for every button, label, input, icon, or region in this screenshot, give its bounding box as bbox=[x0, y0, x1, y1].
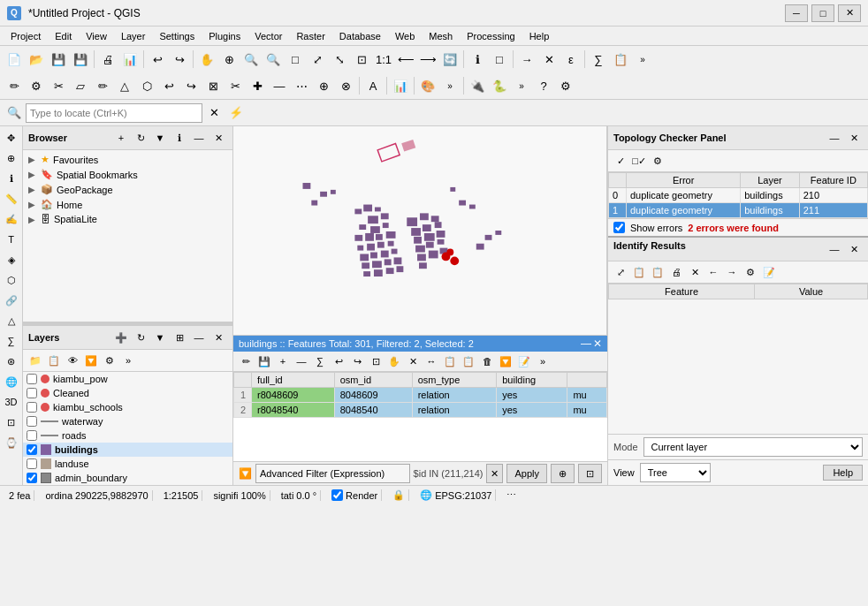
save-project-button[interactable]: 💾 bbox=[48, 49, 69, 70]
layer-waterway-checkbox[interactable] bbox=[27, 416, 37, 427]
select-features-button[interactable]: → bbox=[516, 49, 537, 70]
layers-add-group-button[interactable]: 📁 bbox=[27, 352, 44, 369]
identify-open-form-button[interactable]: 📝 bbox=[760, 263, 778, 281]
menu-help[interactable]: Help bbox=[522, 27, 557, 46]
zoom-native-button[interactable]: 1:1 bbox=[373, 49, 394, 70]
identify-forward-button[interactable]: → bbox=[723, 263, 741, 281]
layers-more-button[interactable]: ⊞ bbox=[171, 329, 188, 346]
col-osm-id[interactable]: osm_id bbox=[334, 373, 412, 388]
digitize-btn-4[interactable]: ▱ bbox=[70, 75, 91, 96]
layer-cleaned-checkbox[interactable] bbox=[27, 388, 37, 398]
digitize-btn-9[interactable]: ↪ bbox=[180, 75, 202, 96]
label-button[interactable]: T bbox=[2, 230, 21, 249]
view-select[interactable]: Tree Table Graph bbox=[640, 463, 711, 482]
show-errors-checkbox[interactable] bbox=[613, 222, 625, 233]
menu-processing[interactable]: Processing bbox=[460, 27, 522, 46]
menu-mesh[interactable]: Mesh bbox=[422, 27, 460, 46]
browser-add-button[interactable]: + bbox=[112, 129, 130, 147]
save-as-button[interactable]: 💾 bbox=[70, 49, 91, 70]
layers-visibility-button[interactable]: 👁 bbox=[64, 352, 81, 369]
topo-settings-button[interactable]: ⚙ bbox=[649, 152, 666, 170]
open-project-button[interactable]: 📂 bbox=[26, 49, 47, 70]
label-btn[interactable]: A bbox=[362, 75, 384, 96]
mode-select[interactable]: Current layer All layers Top-down bbox=[643, 437, 863, 457]
plugin-btn-1[interactable]: 🔌 bbox=[467, 75, 488, 96]
layer-item-landuse[interactable]: landuse bbox=[23, 457, 232, 471]
digitize-btn-7[interactable]: ⬡ bbox=[136, 75, 157, 96]
pan-to-sel-button[interactable]: ✋ bbox=[385, 352, 403, 370]
table-more-button[interactable]: » bbox=[534, 352, 552, 370]
digitize-btn-5[interactable]: ✏ bbox=[92, 75, 113, 96]
georef-button[interactable]: 🌐 bbox=[2, 372, 21, 391]
delete-sel-button[interactable]: 🗑 bbox=[478, 352, 496, 370]
layer-kiambu-schools-checkbox[interactable] bbox=[27, 402, 37, 413]
browser-refresh-button[interactable]: ↻ bbox=[132, 129, 149, 147]
new-project-button[interactable]: 📄 bbox=[4, 49, 25, 70]
undo-button[interactable]: ↩ bbox=[147, 49, 168, 70]
filter-clear-button[interactable]: ✕ bbox=[486, 464, 503, 483]
digitize-btn-8[interactable]: ↩ bbox=[158, 75, 179, 96]
identify-close-button[interactable]: ✕ bbox=[845, 240, 863, 258]
digitize-btn-14[interactable]: ⋯ bbox=[291, 75, 312, 96]
vertex-editor-button[interactable]: ⬡ bbox=[2, 270, 21, 290]
open-field-calc-button[interactable]: ∑ bbox=[588, 49, 609, 70]
save-edits-button[interactable]: 💾 bbox=[255, 352, 273, 370]
3d-view-button[interactable]: 3D bbox=[2, 392, 21, 412]
topology-error-grid[interactable]: Error Layer Feature ID 0 duplicate geome… bbox=[608, 172, 868, 218]
attr-collapse-button[interactable]: — bbox=[581, 337, 591, 350]
plugin-btn-2[interactable]: 🐍 bbox=[489, 75, 510, 96]
select-by-expression-button[interactable]: ε bbox=[560, 49, 582, 70]
menu-settings[interactable]: Settings bbox=[152, 27, 202, 46]
col-osm-type[interactable]: osm_type bbox=[412, 373, 497, 388]
accessibility-btn[interactable]: ⚙ bbox=[555, 75, 576, 96]
spatial-query-button[interactable]: ⊛ bbox=[2, 352, 21, 371]
locator-input[interactable] bbox=[26, 103, 202, 123]
layer-kiambu-pow-checkbox[interactable] bbox=[27, 374, 37, 384]
menu-view[interactable]: View bbox=[79, 27, 114, 46]
layers-settings-button[interactable]: ⚙ bbox=[101, 352, 118, 369]
layers-filter-btn2[interactable]: 🔽 bbox=[82, 352, 100, 369]
col-full-id[interactable]: full_id bbox=[252, 373, 335, 388]
identify-results-grid[interactable]: Feature Value bbox=[608, 284, 868, 434]
map-nav-button[interactable]: ✥ bbox=[2, 128, 21, 148]
status-render[interactable]: Render bbox=[328, 489, 382, 501]
render-checkbox[interactable] bbox=[331, 489, 343, 501]
browser-item-home[interactable]: ▶ 🏠 Home bbox=[25, 197, 231, 212]
measure-button[interactable]: 📏 bbox=[2, 189, 21, 208]
topo-validate-all-button[interactable]: ✓ bbox=[612, 152, 629, 170]
identify-plugin-button[interactable]: ⚙ bbox=[742, 263, 759, 281]
filter-more-button[interactable]: ⊕ bbox=[551, 464, 575, 483]
apply-filter-button[interactable]: Apply bbox=[506, 464, 547, 483]
col-building[interactable]: building bbox=[497, 373, 567, 388]
clear-locator-button[interactable]: ✕ bbox=[203, 102, 225, 124]
identify-collapse-button[interactable]: — bbox=[826, 240, 843, 258]
annotation-button[interactable]: ✍ bbox=[2, 209, 21, 229]
layer-landuse-checkbox[interactable] bbox=[27, 458, 37, 469]
redo-button[interactable]: ↪ bbox=[169, 49, 190, 70]
feature-action-button[interactable]: ⚡ bbox=[225, 102, 247, 124]
filter-table-button[interactable]: 🔽 bbox=[497, 352, 514, 370]
status-messages[interactable]: ⋯ bbox=[503, 489, 520, 501]
layers-close-button[interactable]: ✕ bbox=[209, 329, 227, 346]
topo-row[interactable]: 1 duplicate geometry buildings 211 bbox=[609, 203, 868, 218]
menu-database[interactable]: Database bbox=[332, 27, 388, 46]
identify-clear-button[interactable]: ✕ bbox=[686, 263, 704, 281]
digitize-btn-13[interactable]: — bbox=[269, 75, 290, 96]
help-content-btn[interactable]: ? bbox=[533, 75, 554, 96]
layer-item-kiambu-schools[interactable]: kiambu_schools bbox=[23, 400, 232, 414]
identify-expand-button[interactable]: ⤢ bbox=[612, 263, 629, 281]
browser-filter-button[interactable]: ▼ bbox=[151, 129, 169, 147]
layers-remove-button[interactable]: ↻ bbox=[132, 329, 149, 346]
add-row-button[interactable]: + bbox=[274, 352, 292, 370]
select-by-area-button[interactable]: □ bbox=[489, 49, 510, 70]
browser-info-button[interactable]: ℹ bbox=[171, 129, 188, 147]
zoom-last-button[interactable]: ⟵ bbox=[395, 49, 416, 70]
deselect-btn[interactable]: ✕ bbox=[404, 352, 422, 370]
toolbar-row2-more2-button[interactable]: » bbox=[511, 75, 532, 96]
help-button[interactable]: Help bbox=[823, 465, 863, 481]
browser-item-favourites[interactable]: ▶ ★ Favourites bbox=[25, 152, 231, 167]
pan-map-to-button[interactable]: ⊕ bbox=[218, 49, 240, 70]
layer-item-kiambu-pow[interactable]: kiambu_pow bbox=[23, 372, 232, 386]
deselect-all-button[interactable]: ✕ bbox=[538, 49, 560, 70]
layer-admin-boundary-checkbox[interactable] bbox=[27, 473, 37, 483]
